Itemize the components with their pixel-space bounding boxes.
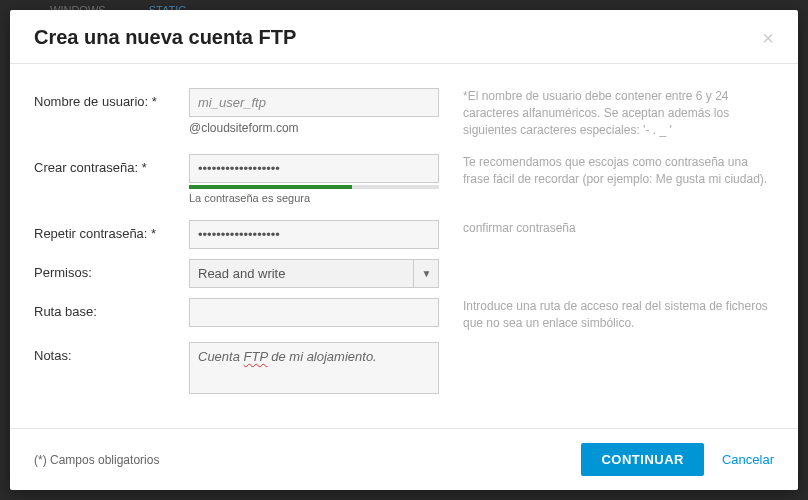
basepath-hint: Introduce una ruta de acceso real del si…	[439, 298, 774, 332]
required-fields-note: (*) Campos obligatorios	[34, 453, 581, 467]
password-strength-text: La contraseña es segura	[189, 192, 439, 204]
modal-footer: (*) Campos obligatorios CONTINUAR Cancel…	[10, 428, 798, 490]
permissions-select[interactable]	[189, 259, 439, 288]
password-strength-bar	[189, 185, 439, 189]
password-hint: Te recomendamos que escojas como contras…	[439, 154, 774, 188]
permissions-label: Permisos:	[34, 259, 189, 280]
username-hint: *El nombre de usuario debe contener entr…	[439, 88, 774, 138]
row-repeat: Repetir contraseña: * confirmar contrase…	[34, 220, 774, 249]
repeat-label: Repetir contraseña: *	[34, 220, 189, 241]
username-label: Nombre de usuario: *	[34, 88, 189, 109]
notes-textarea[interactable]: Cuenta FTP de mi alojamiento.	[189, 342, 439, 394]
cancel-button[interactable]: Cancelar	[722, 452, 774, 467]
modal-header: Crea una nueva cuenta FTP ×	[10, 10, 798, 64]
password-label: Crear contraseña: *	[34, 154, 189, 175]
modal-body: Nombre de usuario: * @cloudsiteform.com …	[10, 64, 798, 428]
row-username: Nombre de usuario: * @cloudsiteform.com …	[34, 88, 774, 138]
notes-label: Notas:	[34, 342, 189, 363]
repeat-password-input[interactable]	[189, 220, 439, 249]
repeat-hint: confirmar contraseña	[439, 220, 774, 237]
row-permissions: Permisos: ▼	[34, 259, 774, 288]
username-input[interactable]	[189, 88, 439, 117]
create-ftp-modal: Crea una nueva cuenta FTP × Nombre de us…	[10, 10, 798, 490]
basepath-input[interactable]	[189, 298, 439, 327]
username-suffix: @cloudsiteform.com	[189, 121, 439, 135]
basepath-label: Ruta base:	[34, 298, 189, 319]
continue-button[interactable]: CONTINUAR	[581, 443, 704, 476]
row-basepath: Ruta base: Introduce una ruta de acceso …	[34, 298, 774, 332]
row-notes: Notas: Cuenta FTP de mi alojamiento.	[34, 342, 774, 394]
modal-title: Crea una nueva cuenta FTP	[34, 26, 296, 49]
close-icon[interactable]: ×	[762, 28, 774, 48]
row-password: Crear contraseña: * La contraseña es seg…	[34, 154, 774, 204]
password-input[interactable]	[189, 154, 439, 183]
